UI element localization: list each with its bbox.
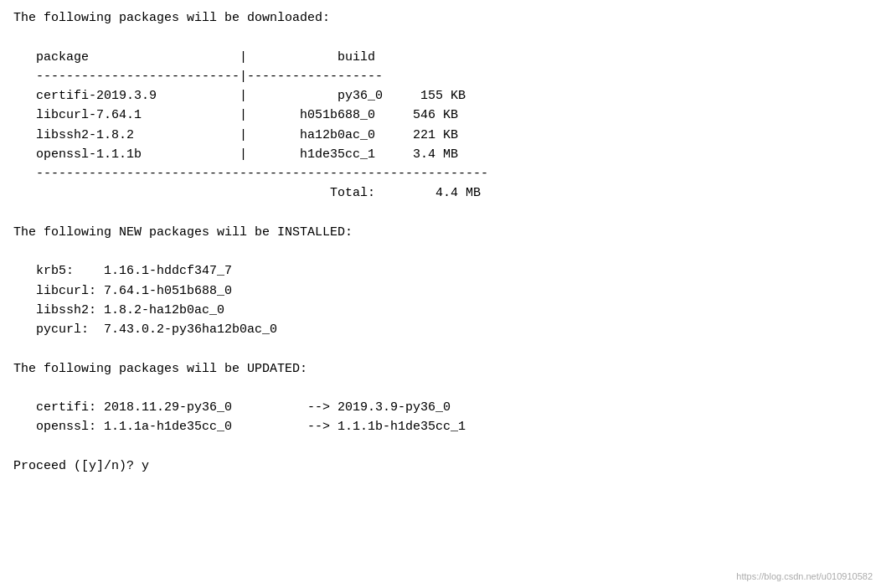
terminal-output: The following packages will be downloade… bbox=[13, 8, 868, 476]
watermark: https://blog.csdn.net/u010910582 bbox=[736, 571, 873, 581]
